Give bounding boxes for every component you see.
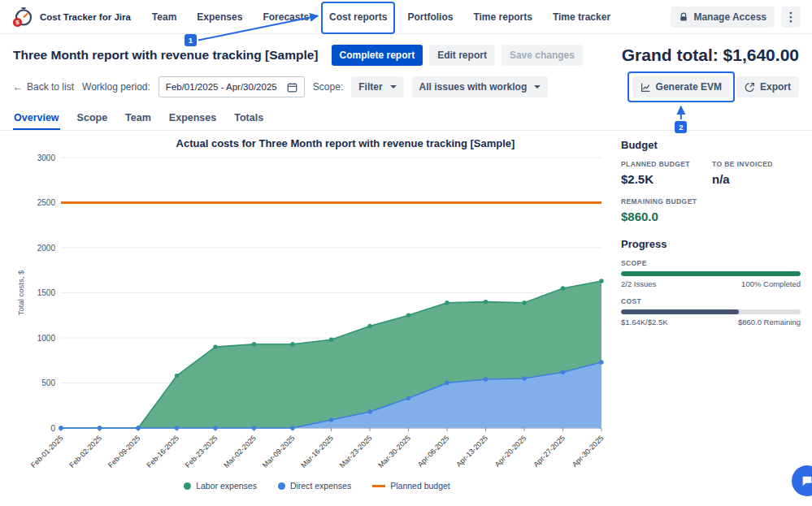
progress-section-title: Progress — [621, 238, 801, 250]
svg-text:2000: 2000 — [37, 244, 56, 253]
svg-text:Feb-09-2025: Feb-09-2025 — [106, 434, 142, 469]
nav-item-team[interactable]: Team — [150, 6, 178, 28]
svg-text:Feb-02-2025: Feb-02-2025 — [67, 434, 103, 469]
tab-overview[interactable]: Overview — [13, 107, 60, 130]
nav-item-expenses[interactable]: Expenses — [195, 6, 244, 28]
page-header: Three Month report with revenue tracking… — [0, 34, 812, 71]
legend-item-budget[interactable]: Planned budget — [372, 481, 450, 491]
lock-icon — [679, 12, 688, 22]
nav-item-portfolios[interactable]: Portfolios — [406, 6, 454, 28]
main-nav: Team Expenses Forecasts Cost reports Por… — [150, 6, 612, 28]
remaining-budget-label: REMAINING BUDGET — [621, 197, 801, 205]
legend-direct-label: Direct expenses — [290, 481, 351, 491]
export-icon — [745, 82, 755, 93]
manage-access-button[interactable]: Manage Access — [671, 6, 775, 28]
chart-legend: Labor expenses Direct expenses Planned b… — [13, 481, 621, 491]
nav-item-cost-reports[interactable]: Cost reports — [328, 6, 389, 28]
back-arrow-icon: ← — [13, 81, 23, 93]
svg-text:Total costs, $: Total costs, $ — [16, 270, 25, 315]
export-label: Export — [760, 81, 791, 93]
svg-text:0: 0 — [50, 424, 55, 433]
legend-labor-label: Labor expenses — [196, 481, 257, 491]
chevron-down-icon — [390, 85, 397, 89]
cost-progress-label: COST — [621, 297, 801, 305]
nav-item-time-reports[interactable]: Time reports — [471, 6, 533, 28]
svg-text:Apr-20-2025: Apr-20-2025 — [493, 434, 528, 468]
more-options-button[interactable]: ⋮ — [781, 6, 801, 28]
back-to-list-label: Back to list — [27, 81, 74, 93]
svg-text:Apr-13-2025: Apr-13-2025 — [454, 434, 489, 468]
legend-item-labor[interactable]: Labor expenses — [184, 481, 257, 491]
calendar-icon — [287, 82, 297, 93]
chart-title: Actual costs for Three Month report with… — [13, 137, 621, 149]
tab-scope[interactable]: Scope — [76, 107, 109, 130]
generate-evm-label: Generate EVM — [656, 81, 722, 93]
legend-item-direct[interactable]: Direct expenses — [278, 481, 351, 491]
svg-text:500: 500 — [41, 378, 55, 387]
svg-text:Apr-27-2025: Apr-27-2025 — [532, 434, 566, 468]
budget-swatch — [372, 485, 385, 487]
summary-sidebar: Budget PLANNED BUDGET $2.5K TO BE INVOIC… — [621, 132, 801, 491]
app-title: Cost Tracker for Jira — [40, 12, 131, 22]
scope-progress-left: 2/2 Issues — [621, 279, 656, 288]
svg-text:Mar-30-2025: Mar-30-2025 — [376, 434, 412, 469]
scope-progress-right: 100% Completed — [741, 279, 801, 288]
direct-swatch — [278, 482, 285, 490]
tab-expenses[interactable]: Expenses — [168, 107, 217, 130]
app-logo-icon: $ — [11, 6, 34, 28]
chat-bubble-icon — [801, 474, 812, 487]
budget-section-title: Budget — [621, 139, 801, 151]
report-title: Three Month report with revenue tracking… — [13, 48, 319, 63]
grand-total: Grand total: $1,640.00 — [622, 45, 799, 65]
scope-filter-select[interactable]: Filter — [351, 76, 403, 97]
report-toolbar: ← Back to list Worklog period: Feb/01/20… — [0, 71, 812, 107]
planned-budget-label: PLANNED BUDGET — [621, 160, 712, 168]
save-changes-button[interactable]: Save changes — [502, 45, 583, 66]
svg-text:Feb-23-2025: Feb-23-2025 — [184, 434, 219, 469]
tab-totals[interactable]: Totals — [233, 107, 264, 130]
worklog-period-value: Feb/01/2025 - Apr/30/2025 — [166, 82, 277, 92]
main-content: Actual costs for Three Month report with… — [0, 131, 812, 491]
to-be-invoiced-value: n/a — [712, 172, 803, 186]
back-to-list-link[interactable]: ← Back to list — [13, 81, 74, 93]
manage-access-label: Manage Access — [693, 11, 766, 23]
svg-text:Feb-16-2025: Feb-16-2025 — [145, 434, 180, 469]
top-nav: $ Cost Tracker for Jira Team Expenses Fo… — [0, 0, 812, 34]
svg-text:Mar-02-2025: Mar-02-2025 — [222, 434, 258, 469]
remaining-budget-value: $860.0 — [621, 210, 801, 223]
worklog-period-label: Worklog period: — [82, 81, 150, 93]
report-tabs: Overview Scope Team Expenses Totals — [0, 107, 812, 131]
svg-text:3000: 3000 — [37, 154, 56, 162]
cost-progress-left: $1.64K/$2.5K — [621, 318, 668, 327]
issues-filter-value: All issues with worklog — [419, 81, 528, 93]
labor-swatch — [184, 482, 191, 490]
svg-text:Feb-01-2025: Feb-01-2025 — [29, 434, 65, 469]
issues-filter-select[interactable]: All issues with worklog — [412, 76, 549, 97]
scope-progress-label: SCOPE — [621, 259, 801, 267]
svg-text:Mar-23-2025: Mar-23-2025 — [338, 434, 374, 469]
svg-text:Mar-16-2025: Mar-16-2025 — [299, 434, 335, 469]
svg-text:Mar-09-2025: Mar-09-2025 — [261, 434, 297, 469]
svg-text:2500: 2500 — [37, 198, 56, 207]
cost-progress-fill — [621, 309, 739, 314]
export-button[interactable]: Export — [736, 76, 799, 97]
nav-item-time-tracker[interactable]: Time tracker — [551, 6, 612, 28]
cost-chart: 050010001500200025003000Feb-01-2025Feb-0… — [13, 149, 621, 478]
chevron-down-icon — [534, 85, 541, 89]
planned-budget-value: $2.5K — [621, 172, 712, 186]
svg-text:1000: 1000 — [37, 334, 56, 343]
generate-evm-button[interactable]: Generate EVM — [632, 76, 730, 97]
worklog-period-input[interactable]: Feb/01/2025 - Apr/30/2025 — [158, 76, 305, 97]
nav-item-forecasts[interactable]: Forecasts — [261, 6, 310, 28]
chart-panel: Actual costs for Three Month report with… — [13, 132, 621, 491]
edit-report-button[interactable]: Edit report — [429, 45, 495, 66]
tab-team[interactable]: Team — [124, 107, 152, 130]
complete-report-button[interactable]: Complete report — [332, 45, 423, 66]
legend-budget-label: Planned budget — [390, 481, 450, 491]
scope-label: Scope: — [313, 81, 343, 93]
svg-text:Apr-30-2025: Apr-30-2025 — [571, 434, 605, 468]
cost-progress-right: $860.0 Remaining — [738, 318, 801, 327]
chat-fab-button[interactable] — [792, 465, 812, 496]
cost-progress-bar — [621, 309, 801, 314]
scope-filter-value: Filter — [358, 81, 382, 93]
